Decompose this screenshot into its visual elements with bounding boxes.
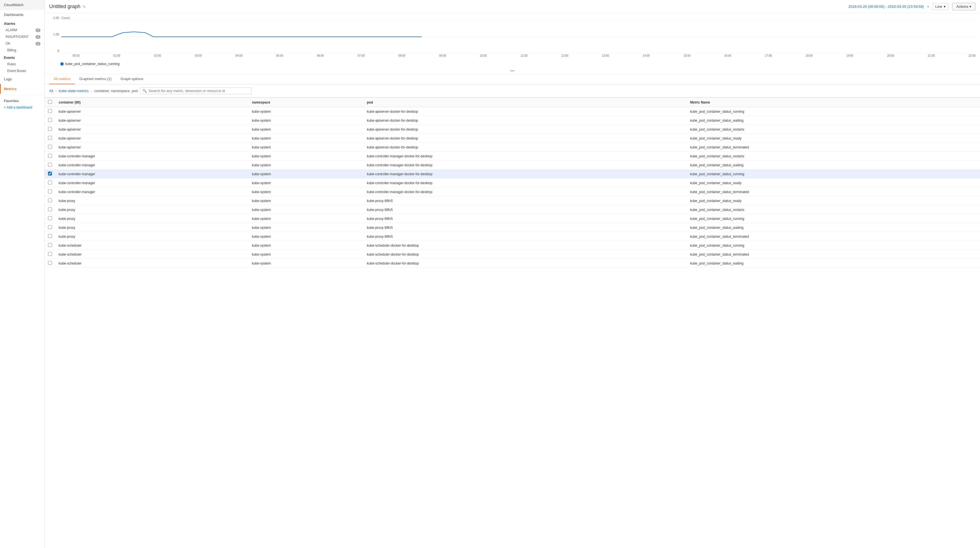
row-checkbox-cell[interactable] <box>45 187 55 197</box>
cell-container: kube-controller-manager <box>55 170 248 179</box>
row-checkbox-cell[interactable] <box>45 259 55 268</box>
row-checkbox-cell[interactable] <box>45 125 55 134</box>
chart-y-max: 2.00 <box>49 16 59 19</box>
sidebar-item-events[interactable]: Events <box>0 54 45 61</box>
cell-metric: kube_pod_container_status_waiting <box>687 116 980 125</box>
actions-button[interactable]: Actions ▾ <box>952 3 975 10</box>
actions-label: Actions <box>956 5 968 9</box>
row-checkbox-cell[interactable] <box>45 161 55 170</box>
row-checkbox-cell[interactable] <box>45 116 55 125</box>
cell-namespace: kube-system <box>248 214 364 223</box>
row-checkbox-cell[interactable] <box>45 197 55 205</box>
sidebar-item-event-buses[interactable]: Event Buses <box>0 68 45 74</box>
cell-metric: kube_pod_container_status_waiting <box>687 259 980 268</box>
cell-namespace: kube-system <box>248 250 364 259</box>
row-checkbox[interactable] <box>48 163 52 167</box>
table-row: kube-proxykube-systemkube-proxy-99fv5kub… <box>45 197 980 205</box>
row-checkbox[interactable] <box>48 127 52 131</box>
select-all-checkbox[interactable] <box>48 100 52 104</box>
chart-type-selector[interactable]: Line ▾ <box>932 3 949 10</box>
cell-namespace: kube-system <box>248 232 364 241</box>
sidebar-item-cloudwatch[interactable]: CloudWatch <box>0 0 45 10</box>
cell-container: kube-scheduler <box>55 250 248 259</box>
row-checkbox[interactable] <box>48 243 52 247</box>
row-checkbox-cell[interactable] <box>45 107 55 116</box>
row-checkbox[interactable] <box>48 172 52 176</box>
cell-pod: kube-apiserver-docker-for-desktop <box>364 116 687 125</box>
row-checkbox-cell[interactable] <box>45 170 55 179</box>
row-checkbox[interactable] <box>48 154 52 158</box>
row-checkbox[interactable] <box>48 216 52 220</box>
sidebar-item-alarms[interactable]: Alarms <box>0 19 45 27</box>
row-checkbox[interactable] <box>48 207 52 211</box>
row-checkbox-cell[interactable] <box>45 205 55 214</box>
row-checkbox-cell[interactable] <box>45 143 55 152</box>
cell-metric: kube_pod_container_status_waiting <box>687 161 980 170</box>
sidebar-item-ok[interactable]: OK 0 <box>0 40 45 47</box>
cell-container: kube-proxy <box>55 197 248 205</box>
cell-container: kube-apiserver <box>55 143 248 152</box>
cell-container: kube-scheduler <box>55 259 248 268</box>
row-checkbox[interactable] <box>48 181 52 184</box>
cell-container: kube-proxy <box>55 232 248 241</box>
chart-more-options[interactable]: ••• <box>49 68 975 74</box>
sidebar-item-logs[interactable]: Logs <box>0 74 45 84</box>
cell-namespace: kube-system <box>248 241 364 250</box>
tab-all-metrics[interactable]: All metrics <box>49 74 75 84</box>
row-checkbox[interactable] <box>48 234 52 238</box>
row-checkbox[interactable] <box>48 252 52 256</box>
tab-graph-options[interactable]: Graph options <box>116 74 148 84</box>
row-checkbox[interactable] <box>48 261 52 265</box>
row-checkbox-cell[interactable] <box>45 232 55 241</box>
search-input[interactable] <box>148 89 249 93</box>
row-checkbox[interactable] <box>48 225 52 229</box>
sidebar-item-insufficient[interactable]: INSUFFICIENT 0 <box>0 33 45 40</box>
sidebar-item-alarm[interactable]: ALARM 0 <box>0 27 45 33</box>
ok-badge: 0 <box>35 42 40 46</box>
row-checkbox-cell[interactable] <box>45 214 55 223</box>
cell-container: kube-apiserver <box>55 125 248 134</box>
tab-graphed-metrics[interactable]: Graphed metrics (1) <box>75 74 116 84</box>
row-checkbox[interactable] <box>48 109 52 113</box>
search-box[interactable]: 🔍 <box>140 87 251 94</box>
row-checkbox-cell[interactable] <box>45 134 55 143</box>
cell-namespace: kube-system <box>248 161 364 170</box>
add-dashboard-button[interactable]: + Add a dashboard <box>0 104 45 111</box>
metrics-table: container (80) namespace pod Metric Name… <box>45 97 980 268</box>
table-row: kube-apiserverkube-systemkube-apiserver-… <box>45 116 980 125</box>
sidebar-item-billing[interactable]: Billing <box>0 47 45 54</box>
sidebar-item-rules[interactable]: Rules <box>0 61 45 68</box>
table-row: kube-schedulerkube-systemkube-scheduler-… <box>45 259 980 268</box>
chart-legend: kube_pod_container_status_running <box>49 61 975 68</box>
row-checkbox[interactable] <box>48 189 52 193</box>
row-checkbox-cell[interactable] <box>45 152 55 161</box>
tabs-bar: All metrics Graphed metrics (1) Graph op… <box>45 74 980 84</box>
breadcrumb-row: All › kube-state-metrics › container, na… <box>45 84 980 97</box>
row-checkbox-cell[interactable] <box>45 223 55 232</box>
row-checkbox[interactable] <box>48 199 52 202</box>
table-row: kube-apiserverkube-systemkube-apiserver-… <box>45 134 980 143</box>
row-checkbox-cell[interactable] <box>45 241 55 250</box>
cell-pod: kube-controller-manager-docker-for-deskt… <box>364 179 687 187</box>
date-range-chevron: ▾ <box>927 5 929 9</box>
cell-metric: kube_pod_container_status_ready <box>687 179 980 187</box>
breadcrumb-all[interactable]: All <box>49 89 53 93</box>
cell-container: kube-apiserver <box>55 116 248 125</box>
select-all-header[interactable] <box>45 98 55 107</box>
table-row: kube-proxykube-systemkube-proxy-99fv5kub… <box>45 214 980 223</box>
breadcrumb-source[interactable]: kube-state-metrics <box>59 89 89 93</box>
cell-namespace: kube-system <box>248 187 364 197</box>
table-row: kube-controller-managerkube-systemkube-c… <box>45 161 980 170</box>
row-checkbox[interactable] <box>48 145 52 149</box>
cell-pod: kube-scheduler-docker-for-desktop <box>364 259 687 268</box>
edit-title-icon[interactable]: ✎ <box>83 5 86 9</box>
date-range[interactable]: 2018-03-20 (00:00:00) - 2018-03-20 (23:5… <box>848 5 924 9</box>
row-checkbox-cell[interactable] <box>45 250 55 259</box>
row-checkbox[interactable] <box>48 136 52 140</box>
table-row: kube-proxykube-systemkube-proxy-99fv5kub… <box>45 205 980 214</box>
row-checkbox-cell[interactable] <box>45 179 55 187</box>
col-header-namespace: namespace <box>248 98 364 107</box>
row-checkbox[interactable] <box>48 118 52 122</box>
sidebar-item-metrics[interactable]: Metrics <box>0 84 45 94</box>
sidebar-item-dashboards[interactable]: Dashboards <box>0 10 45 19</box>
